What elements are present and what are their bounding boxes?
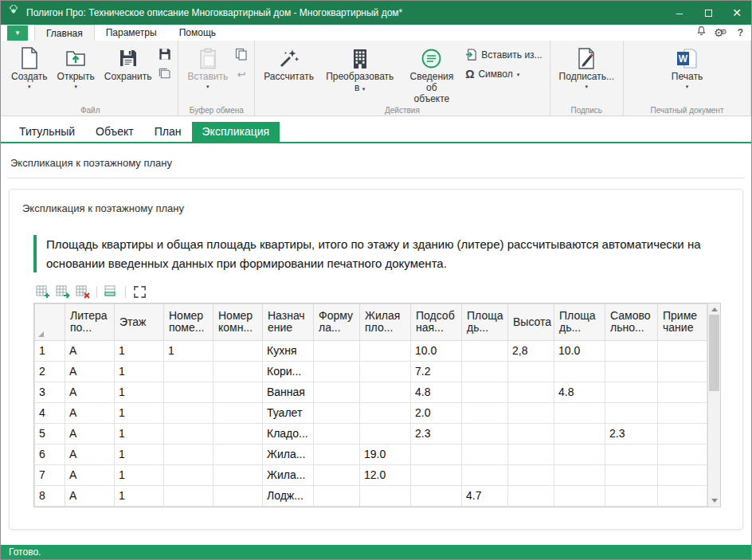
table-cell[interactable] <box>658 485 707 506</box>
table-cell[interactable] <box>508 444 554 464</box>
vertical-scrollbar[interactable] <box>707 303 720 507</box>
save-all-button[interactable] <box>156 66 174 82</box>
create-button[interactable]: Создать ▾ <box>6 42 53 90</box>
table-cell[interactable] <box>508 382 554 402</box>
insert-from-button[interactable]: Вставить из... <box>465 49 542 61</box>
column-header[interactable]: Этаж <box>115 303 164 340</box>
insert-row-button[interactable] <box>53 284 72 300</box>
table-cell[interactable] <box>605 464 658 485</box>
column-header[interactable]: Площа дь... <box>554 303 605 340</box>
table-cell[interactable] <box>658 361 707 382</box>
table-cell[interactable] <box>164 464 213 485</box>
table-cell[interactable] <box>508 423 554 444</box>
table-cell[interactable] <box>658 444 707 464</box>
table-cell[interactable] <box>658 423 707 444</box>
table-cell[interactable] <box>314 402 360 423</box>
table-cell[interactable]: 7.2 <box>411 361 462 382</box>
table-cell[interactable] <box>360 485 411 506</box>
table-cell[interactable] <box>462 340 508 361</box>
table-cell[interactable] <box>213 340 263 361</box>
table-cell[interactable]: А <box>65 402 115 423</box>
table-cell[interactable]: Кухня <box>263 340 314 361</box>
table-cell[interactable] <box>164 382 213 402</box>
row-number-cell[interactable]: 5 <box>35 423 65 444</box>
table-cell[interactable]: А <box>65 485 115 506</box>
select-all-header[interactable] <box>35 303 65 340</box>
table-cell[interactable]: А <box>65 423 115 444</box>
row-number-cell[interactable]: 2 <box>35 361 65 382</box>
table-cell[interactable] <box>605 485 658 506</box>
table-cell[interactable] <box>314 340 360 361</box>
table-cell[interactable] <box>360 382 411 402</box>
table-cell[interactable] <box>411 464 462 485</box>
table-cell[interactable] <box>658 340 707 361</box>
table-cell[interactable] <box>605 361 658 382</box>
table-cell[interactable] <box>314 382 360 402</box>
row-number-cell[interactable]: 4 <box>35 402 65 423</box>
table-cell[interactable]: 10.0 <box>554 340 605 361</box>
column-header[interactable]: Жилая пло... <box>360 303 411 340</box>
table-cell[interactable]: Жила... <box>263 464 314 485</box>
scroll-up-icon[interactable] <box>711 307 718 311</box>
table-cell[interactable]: Туалет <box>263 402 314 423</box>
table-cell[interactable]: 12.0 <box>360 464 411 485</box>
table-cell[interactable]: 1 <box>115 361 164 382</box>
table-cell[interactable] <box>360 423 411 444</box>
table-cell[interactable]: 2.3 <box>411 423 462 444</box>
table-cell[interactable]: Лодж... <box>263 485 314 506</box>
table-cell[interactable]: А <box>65 444 115 464</box>
tab-pomosch[interactable]: Помощь <box>168 25 227 41</box>
table-cell[interactable]: А <box>65 340 115 361</box>
table-cell[interactable] <box>213 382 263 402</box>
table-cell[interactable] <box>213 361 263 382</box>
table-cell[interactable] <box>213 485 263 506</box>
open-button[interactable]: Открыть ▾ <box>53 42 100 90</box>
table-cell[interactable] <box>411 485 462 506</box>
column-header[interactable]: Номер комн... <box>213 303 263 340</box>
table-cell[interactable]: 1 <box>115 464 164 485</box>
table-cell[interactable]: Кори... <box>263 361 314 382</box>
table-cell[interactable] <box>314 464 360 485</box>
table-cell[interactable] <box>605 340 658 361</box>
table-cell[interactable] <box>462 464 508 485</box>
table-cell[interactable]: 4.7 <box>462 485 508 506</box>
table-cell[interactable]: 2.0 <box>411 402 462 423</box>
row-number-cell[interactable]: 6 <box>35 444 65 464</box>
column-header[interactable]: Площа дь... <box>462 303 508 340</box>
table-cell[interactable] <box>554 464 605 485</box>
table-cell[interactable] <box>164 444 213 464</box>
table-cell[interactable] <box>554 485 605 506</box>
object-info-button[interactable]: Сведения об объекте <box>401 42 463 104</box>
tab-eksplikatsiya[interactable]: Экспликация <box>192 122 280 142</box>
table-cell[interactable] <box>508 402 554 423</box>
table-cell[interactable] <box>213 423 263 444</box>
undo-button[interactable]: ↩ <box>233 66 250 82</box>
table-cell[interactable] <box>554 361 605 382</box>
expand-table-button[interactable] <box>131 284 149 300</box>
table-cell[interactable] <box>164 402 213 423</box>
table-cell[interactable] <box>658 464 707 485</box>
table-cell[interactable] <box>213 444 263 464</box>
table-cell[interactable]: А <box>65 361 115 382</box>
column-header[interactable]: Приме чание <box>658 303 707 340</box>
table-cell[interactable]: 2,8 <box>508 340 554 361</box>
table-cell[interactable] <box>462 361 508 382</box>
duplicate-row-button[interactable] <box>102 284 120 300</box>
symbol-button[interactable]: Ω Символ ▾ <box>465 68 542 80</box>
table-cell[interactable] <box>658 402 707 423</box>
scroll-down-icon[interactable] <box>711 499 718 503</box>
table-cell[interactable] <box>213 402 263 423</box>
table-cell[interactable] <box>213 464 263 485</box>
print-button[interactable]: W Печать ▾ <box>667 42 707 90</box>
table-cell[interactable] <box>605 382 658 402</box>
table-cell[interactable] <box>314 485 360 506</box>
table-cell[interactable] <box>360 361 411 382</box>
table-cell[interactable] <box>508 485 554 506</box>
row-number-cell[interactable]: 1 <box>35 340 65 361</box>
table-cell[interactable]: 4.8 <box>554 382 605 402</box>
minimize-button[interactable]: – <box>665 1 694 25</box>
table-cell[interactable]: 1 <box>115 382 164 402</box>
tab-plan[interactable]: План <box>144 122 192 142</box>
close-button[interactable]: ✕ <box>723 1 751 25</box>
tab-parametry[interactable]: Параметры <box>95 25 168 41</box>
